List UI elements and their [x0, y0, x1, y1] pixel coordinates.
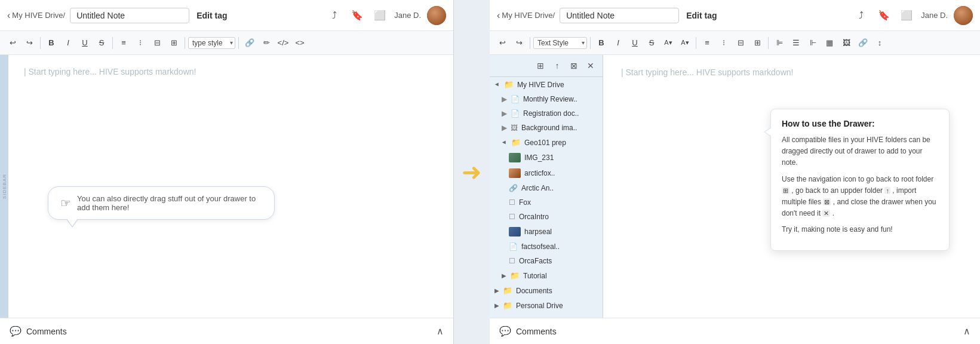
chevron-right-icon: ▶ — [494, 287, 499, 294]
right-avatar[interactable] — [954, 6, 973, 25]
drawer-item-label: Arctic An.. — [521, 184, 554, 192]
bold-button[interactable]: B — [44, 35, 59, 51]
decrease-indent-button[interactable]: ⊟ — [149, 35, 165, 51]
right-bold-button[interactable]: B — [594, 35, 609, 51]
right-italic-button[interactable]: I — [610, 35, 626, 51]
back-arrow-icon: ‹ — [7, 10, 10, 21]
code-button[interactable]: </> — [275, 35, 291, 51]
right-toolbar-sep-2 — [590, 37, 591, 49]
drawer-item-myhive[interactable]: ▼ 📁 My HIVE Drive — [490, 77, 603, 92]
right-ol-button[interactable]: ≡ — [699, 35, 715, 51]
drawer-item-factsofseal[interactable]: 📄 factsofseal.. — [490, 239, 603, 254]
italic-button[interactable]: I — [60, 35, 76, 51]
right-style-select-wrapper: Text Style — [533, 37, 587, 49]
right-editor-placeholder: | Start typing here... HIVE supports mar… — [621, 67, 793, 77]
drawer-item-orcaintro[interactable]: ☐ OrcaIntro — [490, 210, 603, 224]
tooltip-close-icon: ✕ — [822, 210, 830, 217]
underline-button[interactable]: U — [77, 35, 93, 51]
right-underline-button[interactable]: U — [627, 35, 643, 51]
file-icon: ▶ — [502, 95, 507, 103]
drawer-item-arcticfox[interactable]: arcticfox.. — [490, 165, 603, 181]
drawer-item-harpseal[interactable]: harpseal — [490, 224, 603, 239]
drawer-item-label: factsofseal.. — [521, 242, 560, 251]
file-icon: ▶ — [502, 109, 507, 118]
drawer-item-img231[interactable]: IMG_231 — [490, 150, 603, 165]
style-select[interactable]: type style — [188, 37, 235, 49]
window-icon[interactable]: ⬜ — [371, 7, 388, 24]
avatar[interactable] — [427, 6, 446, 25]
drawer-item-label: Background ima.. — [521, 124, 577, 132]
right-toolbar-sep-4 — [768, 37, 769, 49]
right-undo-button[interactable]: ↩ — [494, 35, 510, 51]
drawer-item-label: Monthly Review.. — [523, 95, 577, 103]
embed-button[interactable]: <> — [292, 35, 308, 51]
right-edit-tag-button[interactable]: Edit tag — [686, 11, 717, 20]
sidebar-strip-label: SIDEBAR — [2, 174, 7, 199]
right-link-button[interactable]: 🔗 — [855, 35, 871, 51]
drawer-item-label: Registration doc.. — [523, 109, 579, 118]
right-window-icon[interactable]: ⬜ — [898, 7, 915, 24]
right-editor-area[interactable]: | Start typing here... HIVE supports mar… — [603, 55, 980, 318]
drawer-item-geo101[interactable]: ▼ 📁 Geo101 prep — [490, 135, 603, 150]
right-bg-color-button[interactable]: A▾ — [677, 35, 693, 51]
right-comments-bar: 💬 Comments ∧ — [490, 318, 980, 344]
right-align-right-button[interactable]: ⊩ — [805, 35, 821, 51]
right-indent-button[interactable]: ⊞ — [749, 35, 765, 51]
comments-chevron-icon[interactable]: ∧ — [437, 325, 444, 337]
right-share-icon[interactable]: ⤴ — [853, 7, 870, 24]
tooltip-para2-end: . — [832, 209, 834, 217]
toolbar-sep-1 — [40, 37, 41, 49]
right-bookmark-icon[interactable]: 🔖 — [875, 7, 892, 24]
right-style-select[interactable]: Text Style — [533, 37, 587, 49]
drawer-item-fox[interactable]: ☐ Fox — [490, 195, 603, 210]
drawer-item-label: OrcaFacts — [519, 257, 552, 265]
right-redo-button[interactable]: ↪ — [511, 35, 527, 51]
left-editor-area[interactable]: SIDEBAR | Start typing here... HIVE supp… — [0, 55, 453, 318]
chevron-down-icon: ▼ — [501, 140, 508, 146]
checkbox-icon: ☐ — [509, 213, 515, 221]
chevron-right-icon: ▶ — [502, 272, 506, 279]
right-image-button[interactable]: 🖼 — [838, 35, 854, 51]
redo-button[interactable]: ↪ — [21, 35, 37, 51]
drawer-item-documents[interactable]: ▶ 📁 Documents — [490, 283, 603, 298]
share-icon[interactable]: ⤴ — [326, 7, 343, 24]
checkbox-icon: ☐ — [509, 257, 515, 265]
header-actions: ⤴ 🔖 ⬜ Jane D. — [326, 6, 446, 25]
right-table-button[interactable]: ▦ — [822, 35, 837, 51]
right-font-color-button[interactable]: A▾ — [660, 35, 676, 51]
strikethrough-button[interactable]: S — [94, 35, 109, 51]
drawer-item-background[interactable]: ▶ 🖼 Background ima.. — [490, 121, 603, 135]
drawer-item-orcafacts[interactable]: ☐ OrcaFacts — [490, 254, 603, 268]
right-align-left-button[interactable]: ⊫ — [772, 35, 787, 51]
right-outdent-button[interactable]: ⊟ — [733, 35, 748, 51]
undo-button[interactable]: ↩ — [5, 35, 20, 51]
right-ul-button[interactable]: ⁝ — [716, 35, 732, 51]
edit-tag-button[interactable]: Edit tag — [196, 11, 227, 20]
drawer-close-icon[interactable]: ✕ — [583, 59, 598, 73]
ordered-list-button[interactable]: ⁝ — [133, 35, 148, 51]
right-more-button[interactable]: ↕ — [872, 35, 887, 51]
right-header-actions: ⤴ 🔖 ⬜ Jane D. — [853, 6, 973, 25]
right-comments-chevron-icon[interactable]: ∧ — [963, 325, 970, 337]
drawer-item-registration[interactable]: ▶ 📄 Registration doc.. — [490, 106, 603, 121]
drawer-import-icon[interactable]: ⊠ — [567, 59, 581, 73]
drawer-up-icon[interactable]: ↑ — [550, 59, 564, 73]
bookmark-icon[interactable]: 🔖 — [349, 7, 365, 24]
drawer-grid-icon[interactable]: ⊞ — [533, 59, 548, 73]
link-button[interactable]: 🔗 — [242, 35, 257, 51]
drawer-item-personal[interactable]: ▶ 📁 Personal Drive — [490, 298, 603, 313]
highlight-button[interactable]: ✏ — [259, 35, 274, 51]
drawer-item-arcticanimal[interactable]: 🔗 Arctic An.. — [490, 181, 603, 195]
drawer-item-monthly[interactable]: ▶ 📄 Monthly Review.. — [490, 92, 603, 106]
right-note-title-input[interactable] — [560, 8, 679, 23]
right-align-center-button[interactable]: ☰ — [788, 35, 804, 51]
bullet-list-button[interactable]: ≡ — [116, 35, 131, 51]
increase-indent-button[interactable]: ⊞ — [166, 35, 182, 51]
right-back-button[interactable]: ‹ My HIVE Drive/ — [497, 10, 555, 21]
note-title-input[interactable] — [70, 8, 189, 23]
doc-icon: 📄 — [511, 95, 520, 103]
drawer-item-label: IMG_231 — [524, 153, 554, 162]
right-strikethrough-button[interactable]: S — [644, 35, 659, 51]
drawer-item-tutorial[interactable]: ▶ 📁 Tutorial — [490, 268, 603, 283]
back-button[interactable]: ‹ My HIVE Drive/ — [7, 10, 65, 21]
